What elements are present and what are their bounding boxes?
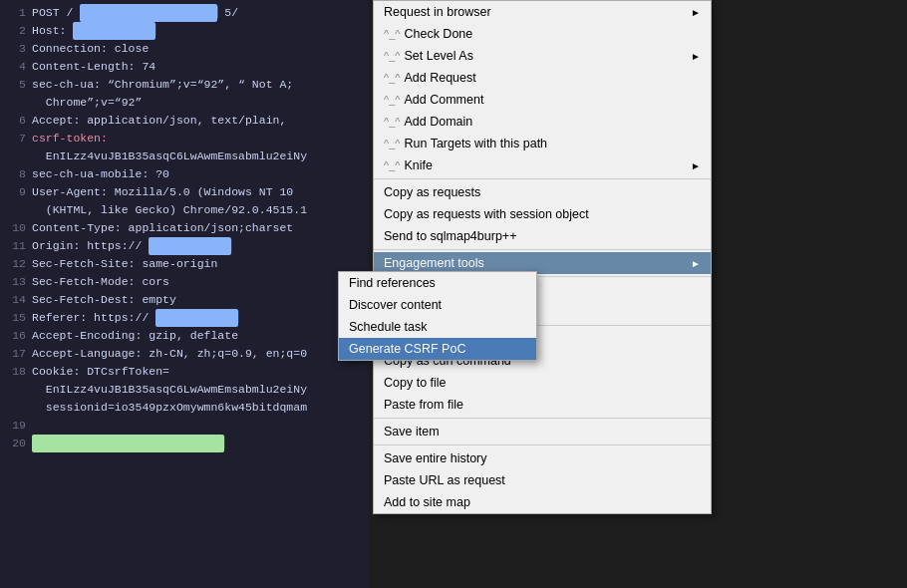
menu-item-label: Engagement tools [384, 256, 484, 270]
menu-item-paste-url-as-request[interactable]: Paste URL as request [374, 469, 711, 491]
code-line-10: 10 Content-Type: application/json;charse… [0, 219, 369, 237]
menu-item-add-to-site-map[interactable]: Add to site map [374, 491, 711, 513]
code-line-16: 16 Accept-Encoding: gzip, deflate [0, 327, 369, 345]
menu-item-add-comment[interactable]: ^_^ Add Comment [374, 89, 711, 111]
menu-item-label: Add Domain [404, 115, 472, 129]
code-line-14: 14 Sec-Fetch-Dest: empty [0, 291, 369, 309]
menu-item-add-domain[interactable]: ^_^ Add Domain [374, 111, 711, 133]
menu-item-add-request[interactable]: ^_^ Add Request [374, 67, 711, 89]
menu-separator-6 [374, 444, 711, 445]
code-line-7: 7 csrf-token: [0, 130, 369, 147]
menu-item-check-done[interactable]: ^_^ Check Done [374, 23, 711, 45]
menu-separator-1 [374, 178, 711, 179]
submenu-item-find-references[interactable]: Find references [339, 272, 536, 294]
arrow-icon: ► [691, 160, 701, 171]
menu-item-save-entire-history[interactable]: Save entire history [374, 447, 711, 469]
code-line-9: 9 User-Agent: Mozilla/5.0 (Windows NT 10 [0, 183, 369, 201]
arrow-icon: ► [691, 51, 701, 62]
menu-item-set-level-as[interactable]: ^_^ Set Level As ► [374, 45, 711, 67]
code-line-18b: EnILzz4vuJB1B35asqC6LwAwmEmsabmlu2eiNy [0, 381, 369, 399]
menu-item-request-in-browser[interactable]: Request in browser ► [374, 1, 711, 23]
menu-item-copy-as-requests-session[interactable]: Copy as requests with session object [374, 203, 711, 225]
code-line-17: 17 Accept-Language: zh-CN, zh;q=0.9, en;… [0, 345, 369, 363]
code-line-5b: Chrome”;v=“92” [0, 94, 369, 112]
menu-separator-5 [374, 418, 711, 419]
code-line-2: 2 Host: ████████████ [0, 22, 369, 40]
code-line-7b: EnILzz4vuJB1B35asqC6LwAwmEmsabmlu2eiNy [0, 147, 369, 165]
menu-item-run-targets[interactable]: ^_^ Run Targets with this path [374, 133, 711, 154]
code-line-20: 20 ████████████████████████████ [0, 435, 369, 452]
menu-item-label: Paste URL as request [384, 473, 505, 487]
code-line-15: 15 Referer: https:// ████████████ [0, 309, 369, 327]
menu-item-label: Send to sqlmap4burp++ [384, 229, 516, 243]
menu-item-save-item[interactable]: Save item [374, 421, 711, 442]
menu-item-label: Set Level As [404, 49, 473, 63]
menu-item-label: Add Request [404, 71, 475, 85]
code-line-19: 19 [0, 417, 369, 435]
arrow-icon: ► [691, 7, 701, 18]
engagement-tools-submenu: Find references Discover content Schedul… [338, 271, 537, 361]
menu-item-label: Knife [404, 158, 433, 172]
code-line-8: 8 sec-ch-ua-mobile: ?0 [0, 165, 369, 183]
code-line-1: 1 POST / ████████████████████ 5/ [0, 4, 369, 22]
menu-item-label: Generate CSRF PoC [349, 342, 465, 356]
menu-item-label: Copy as requests [384, 185, 480, 199]
code-line-6: 6 Accept: application/json, text/plain, [0, 112, 369, 130]
menu-item-send-to-sqlmap[interactable]: Send to sqlmap4burp++ [374, 225, 711, 247]
submenu-item-schedule-task[interactable]: Schedule task [339, 316, 536, 338]
menu-item-label: Save entire history [384, 451, 487, 465]
menu-item-paste-from-file[interactable]: Paste from file [374, 394, 711, 416]
code-line-13: 13 Sec-Fetch-Mode: cors [0, 273, 369, 291]
code-line-12: 12 Sec-Fetch-Site: same-origin [0, 255, 369, 273]
context-menu: Request in browser ► ^_^ Check Done ^_^ … [373, 0, 712, 514]
menu-item-label: Request in browser [384, 5, 491, 19]
submenu-item-generate-csrf[interactable]: Generate CSRF PoC [339, 338, 536, 360]
menu-item-label: Copy as requests with session object [384, 207, 589, 221]
menu-item-label: Add Comment [404, 93, 483, 107]
arrow-icon: ► [691, 258, 701, 269]
code-line-5: 5 sec-ch-ua: “Chromium”;v=“92”, “ Not A; [0, 76, 369, 94]
code-line-18c: sessionid=io3549pzxOmywmn6kw45bitdqmam [0, 399, 369, 417]
code-panel: 1 POST / ████████████████████ 5/ 2 Host:… [0, 0, 369, 588]
code-line-9b: (KHTML, like Gecko) Chrome/92.0.4515.1 [0, 201, 369, 219]
code-line-4: 4 Content-Length: 74 [0, 58, 369, 76]
menu-item-label: Run Targets with this path [404, 137, 547, 150]
menu-item-copy-as-requests[interactable]: Copy as requests [374, 181, 711, 203]
menu-item-label: Find references [349, 276, 436, 290]
menu-item-knife[interactable]: ^_^ Knife ► [374, 154, 711, 176]
menu-item-label: Discover content [349, 298, 442, 312]
code-line-11: 11 Origin: https:// ████████████ [0, 237, 369, 255]
menu-item-label: Paste from file [384, 398, 463, 412]
menu-item-label: Copy to file [384, 376, 447, 390]
menu-item-copy-to-file[interactable]: Copy to file [374, 372, 711, 394]
code-line-18: 18 Cookie: DTCsrfToken= [0, 363, 369, 381]
menu-item-label: Save item [384, 425, 440, 439]
code-line-3: 3 Connection: close [0, 40, 369, 58]
menu-item-label: Check Done [404, 27, 472, 41]
submenu-item-discover-content[interactable]: Discover content [339, 294, 536, 316]
menu-item-label: Schedule task [349, 320, 428, 334]
menu-item-label: Add to site map [384, 495, 470, 509]
menu-separator-2 [374, 249, 711, 250]
